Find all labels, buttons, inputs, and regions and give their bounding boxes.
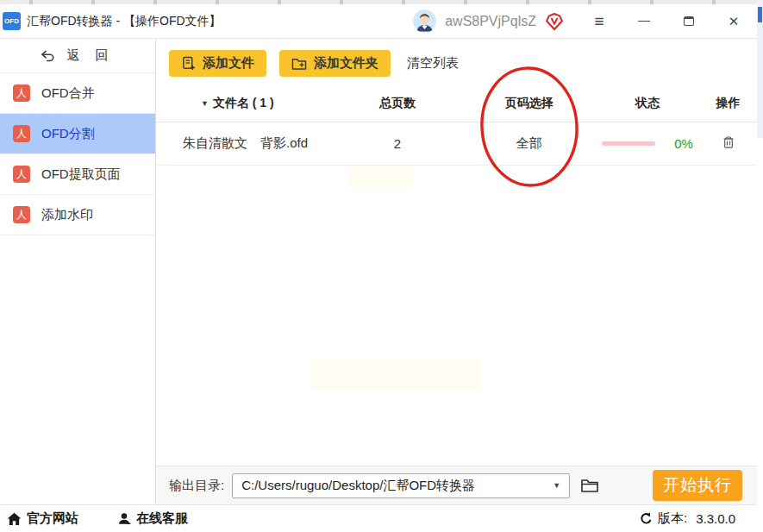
file-total-pages: 2 (333, 136, 462, 151)
avatar-icon (413, 9, 436, 33)
update-refresh-icon[interactable] (640, 512, 653, 525)
table-header: ▼ 文件名 ( 1 ) 总页数 页码选择 状态 操作 (156, 84, 757, 122)
header-page-selection: 页码选择 (462, 96, 596, 111)
output-dir-select[interactable]: C:/Users/ruguo/Desktop/汇帮OFD转换器 ▼ (232, 473, 570, 498)
maximize-icon[interactable] (681, 14, 697, 29)
pdf-file-icon: 人 (13, 166, 30, 183)
progress-percent: 0% (674, 136, 693, 151)
background-window-icon (758, 7, 762, 22)
output-dir-label: 输出目录: (169, 478, 224, 494)
header-action: 操作 (699, 96, 757, 111)
back-button[interactable]: 返 回 (0, 39, 155, 73)
app-logo-icon: OFD (3, 12, 21, 30)
menu-icon[interactable]: ≡ (591, 14, 607, 29)
sidebar-item-ofd-extract-pages[interactable]: 人 OFD提取页面 (0, 154, 155, 195)
empty-list-area (156, 166, 757, 466)
status-cell: 0% (596, 136, 699, 151)
user-avatar[interactable] (413, 9, 436, 33)
sidebar-item-label: 添加水印 (41, 207, 93, 223)
back-label: 返 回 (66, 47, 114, 64)
add-folder-button[interactable]: 添加文件夹 (279, 50, 391, 77)
title-bar: OFD 汇帮OFD转换器 - 【操作OFD文件】 awS8PVjPqlsZ ≡ … (0, 4, 757, 39)
home-icon (7, 512, 22, 526)
add-file-label: 添加文件 (203, 55, 254, 72)
window-controls: ≡ — ✕ (591, 14, 741, 29)
sidebar-item-add-watermark[interactable]: 人 添加水印 (0, 195, 155, 235)
header-total-pages: 总页数 (333, 96, 462, 111)
pdf-file-icon: 人 (13, 125, 30, 142)
add-folder-label: 添加文件夹 (314, 55, 378, 72)
browse-folder-button[interactable] (580, 478, 599, 493)
sort-caret-icon: ▼ (201, 99, 209, 108)
header-filename-label: 文件名 ( 1 ) (213, 96, 274, 111)
app-window: OFD 汇帮OFD转换器 - 【操作OFD文件】 awS8PVjPqlsZ ≡ … (0, 4, 757, 532)
sidebar: 返 回 人 OFD合并 人 OFD分割 人 OFD提取页面 人 添加水印 (0, 39, 156, 504)
sidebar-item-label: OFD合并 (41, 85, 95, 102)
start-execute-button[interactable]: 开始执行 (653, 470, 742, 501)
trash-icon (722, 135, 735, 149)
table-row: 朱自清散文 背影.ofd 2 全部 0% (156, 122, 757, 166)
footer: 官方网站 在线客服 版本: 3.3.0.0 (0, 504, 757, 532)
official-website-label: 官方网站 (27, 510, 78, 527)
version-value: 3.3.0.0 (696, 511, 735, 526)
header-filename[interactable]: ▼ 文件名 ( 1 ) (156, 96, 333, 111)
dropdown-caret-icon: ▼ (553, 481, 560, 490)
username-label[interactable]: awS8PVjPqlsZ (445, 14, 536, 29)
version-area: 版本: 3.3.0.0 (640, 510, 735, 527)
clear-list-button[interactable]: 清空列表 (407, 55, 459, 72)
official-website-link[interactable]: 官方网站 (7, 510, 78, 527)
pdf-file-icon: 人 (13, 84, 30, 102)
output-bar: 输出目录: C:/Users/ruguo/Desktop/汇帮OFD转换器 ▼ … (156, 466, 757, 504)
sidebar-item-label: OFD提取页面 (41, 166, 121, 183)
add-file-icon (181, 56, 196, 71)
window-title: 汇帮OFD转换器 - 【操作OFD文件】 (27, 14, 222, 29)
vip-badge-icon[interactable] (545, 12, 564, 31)
file-name: 朱自清散文 背影.ofd (156, 135, 333, 152)
toolbar: 添加文件 添加文件夹 清空列表 (156, 39, 757, 84)
sidebar-item-label: OFD分割 (41, 126, 95, 142)
page-selection-value[interactable]: 全部 (462, 135, 596, 152)
minimize-icon[interactable]: — (636, 14, 652, 29)
background-window-sliver-right (757, 0, 763, 138)
output-dir-path: C:/Users/ruguo/Desktop/汇帮OFD转换器 (241, 478, 553, 494)
folder-icon (580, 478, 599, 493)
progress-bar (602, 141, 655, 146)
close-icon[interactable]: ✕ (726, 14, 741, 29)
action-cell (699, 135, 757, 152)
add-file-button[interactable]: 添加文件 (169, 50, 266, 77)
pdf-file-icon: 人 (13, 206, 30, 223)
back-arrow-icon (41, 50, 55, 62)
add-folder-icon (291, 57, 307, 71)
version-label: 版本: (658, 510, 687, 527)
delete-button[interactable] (722, 135, 735, 149)
online-service-label: 在线客服 (136, 510, 188, 527)
customer-service-icon (117, 512, 131, 525)
content-area: 返 回 人 OFD合并 人 OFD分割 人 OFD提取页面 人 添加水印 (0, 39, 757, 504)
sidebar-item-ofd-split[interactable]: 人 OFD分割 (0, 114, 155, 154)
online-service-link[interactable]: 在线客服 (117, 510, 188, 527)
main-panel: 添加文件 添加文件夹 清空列表 ▼ 文件名 ( 1 ) 总页数 (156, 39, 757, 504)
sidebar-item-ofd-merge[interactable]: 人 OFD合并 (0, 73, 155, 114)
header-status: 状态 (596, 96, 699, 111)
